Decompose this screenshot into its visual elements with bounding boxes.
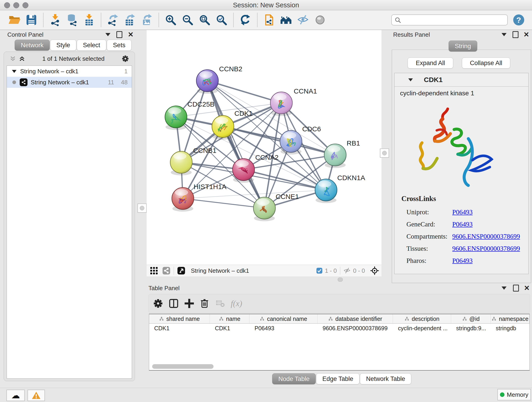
tab-edge-table[interactable]: Edge Table [316,373,360,384]
selected-checkbox-icon[interactable] [316,268,323,274]
help-button[interactable]: ? [513,14,524,26]
pharos-link[interactable]: P06493 [452,255,473,267]
tab-network[interactable]: Network [15,40,50,51]
column-header-description[interactable]: description [393,314,451,323]
open-in-new-window-icon[interactable] [177,267,185,275]
save-session-button[interactable] [24,13,38,27]
zoom-fit-button[interactable] [197,13,212,27]
network-row[interactable]: String Network – cdk1 11 48 [7,77,132,88]
panel-float-icon[interactable] [116,31,122,38]
hide-graphics-button[interactable] [296,13,310,27]
export-network-button[interactable] [106,13,120,27]
cdk1-section-header[interactable]: CDK1 [394,73,528,87]
fit-crosshair-icon[interactable] [370,266,379,275]
network-node-CCNE1[interactable]: CCNE1 [253,193,299,221]
import-network-file-button[interactable] [48,13,62,27]
column-header-@id[interactable]: @id [451,314,491,323]
memory-button[interactable]: Memory [497,389,531,400]
table-cell[interactable]: stringdb:9... [451,324,491,333]
panel-menu-caret-icon[interactable] [501,33,507,36]
panel-menu-caret-icon[interactable] [105,33,110,36]
import-network-database-button[interactable] [65,13,79,27]
genecard-link[interactable]: P06493 [452,218,473,230]
network-view-title: String Network – cdk1 [191,267,249,274]
panel-menu-caret-icon[interactable] [501,287,507,290]
window-zoom-button[interactable] [22,2,28,8]
network-node-CCNA1[interactable]: CCNA1 [270,87,317,116]
horizontal-splitter-knob[interactable] [338,278,343,282]
table-row[interactable]: CDK1CDK1P064939606.ENSP00000378699cyclin… [149,324,530,333]
share-document-button[interactable] [262,13,276,27]
add-column-plus-icon[interactable] [184,298,195,309]
zoom-in-button[interactable] [164,13,178,27]
panel-close-icon[interactable]: ✕ [128,32,133,37]
network-node-RB1[interactable]: RB1 [324,139,360,168]
window-title: Session: New Session [0,0,532,10]
gear-icon[interactable] [121,55,129,63]
string-home-button[interactable] [279,13,293,27]
table-cell[interactable]: CDK1 [210,324,249,333]
panel-float-icon[interactable] [513,31,519,38]
open-session-button[interactable] [7,13,22,27]
window-close-button[interactable] [4,2,10,8]
tab-node-table[interactable]: Node Table [272,373,316,384]
network-node-HIST1H1A[interactable]: HIST1H1A [172,183,226,211]
window-minimize-button[interactable] [13,2,19,8]
import-table-file-button[interactable] [82,13,96,27]
graphics-detail-button[interactable] [313,13,327,27]
column-header-canonical-name[interactable]: canonical name [249,314,317,323]
zoom-selected-button[interactable] [215,13,229,27]
node-table[interactable]: shared namenamecanonical namedatabase id… [149,314,530,370]
collapse-all-chevron-icon[interactable] [9,55,16,62]
expand-all-chevron-icon[interactable] [19,55,25,62]
network-edge-CCNE1-HIST1H1A[interactable] [183,198,264,208]
tab-style[interactable]: Style [50,40,76,51]
table-cell[interactable]: cyclin-dependent ... [393,324,451,333]
section-collapse-caret-icon[interactable] [408,78,413,81]
panel-close-icon[interactable]: ✕ [524,285,530,291]
tab-network-table[interactable]: Network Table [360,373,412,384]
hidden-eye-slash-icon[interactable] [343,267,351,274]
tab-select[interactable]: Select [77,40,106,51]
panel-float-icon[interactable] [513,285,519,292]
table-cell[interactable]: stringdb [491,324,530,333]
uniprot-link[interactable]: P06493 [452,206,473,218]
tab-string[interactable]: String [449,41,477,51]
string-network-graph[interactable]: CCNB2CCNA1CDC25BCDK1CDC6RB1CCNB1CCNA2CDK… [147,30,381,265]
network-node-CCNB1[interactable]: CCNB1 [170,147,216,175]
show-columns-icon[interactable] [168,298,179,309]
zoom-out-button[interactable] [181,13,195,27]
panel-close-icon[interactable]: ✕ [524,32,529,37]
column-header-shared-name[interactable]: shared name [149,314,210,323]
table-cell[interactable]: CDK1 [149,324,210,333]
left-splitter-grip[interactable] [138,204,147,213]
table-horizontal-scrollbar[interactable] [152,364,214,369]
column-header-namespace[interactable]: namespace [491,314,530,323]
table-settings-gear-icon[interactable] [153,298,163,309]
expand-all-button[interactable]: Expand All [408,57,453,69]
tissues-link[interactable]: 9606.ENSP00000378699 [452,242,520,255]
warnings-button[interactable] [27,390,45,401]
compartments-link[interactable]: 9606.ENSP00000378699 [452,230,520,242]
table-cell[interactable]: P06493 [249,324,317,333]
network-type-share-icon[interactable] [162,267,171,275]
column-header-database-identifier[interactable]: database identifier [317,314,393,323]
table-cell[interactable]: 9606.ENSP00000378699 [317,324,393,333]
column-header-name[interactable]: name [210,314,249,323]
network-edge-CCNB2-CCNA1[interactable] [207,81,281,103]
export-image-button[interactable] [140,13,154,27]
collapse-all-button[interactable]: Collapse All [462,57,510,69]
delete-column-trash-icon[interactable] [200,298,210,309]
right-splitter-grip[interactable] [380,148,389,158]
network-edge-CDKN1A-HIST1H1A[interactable] [183,190,326,198]
tree-expand-caret-icon[interactable] [12,70,17,73]
cloud-status-button[interactable]: ☁ [6,390,25,401]
birds-eye-grid-icon[interactable] [150,267,158,275]
network-node-CDKN1A[interactable]: CDKN1A [315,174,365,203]
network-collection-row[interactable]: String Network – cdk1 1 [7,66,132,77]
network-view-canvas[interactable]: CCNB2CCNA1CDC25BCDK1CDC6RB1CCNB1CCNA2CDK… [147,30,381,265]
tab-sets[interactable]: Sets [107,40,132,51]
refresh-view-button[interactable] [238,13,253,27]
export-table-button[interactable] [123,13,137,27]
search-input[interactable] [391,14,508,26]
